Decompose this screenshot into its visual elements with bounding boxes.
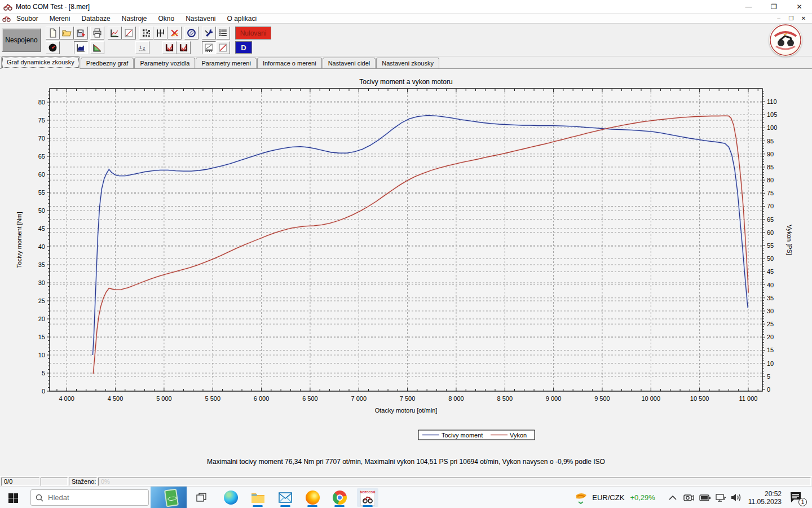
new-file-button[interactable] <box>46 27 60 40</box>
mdi-restore-button[interactable]: ❐ <box>787 15 795 21</box>
mail-icon <box>279 492 292 503</box>
svg-text:Tocivy moment: Tocivy moment <box>442 432 483 439</box>
task-view-button[interactable] <box>192 488 211 507</box>
open-folder-icon <box>62 28 72 38</box>
baseline-chart-icon <box>204 43 214 52</box>
window-title: Moto COM Test - [8.mer] <box>16 3 90 11</box>
title-bar: Moto COM Test - [8.mer] — ❐ ✕ <box>0 0 812 14</box>
menu-databaze[interactable]: Databaze <box>76 15 116 23</box>
tab-graf-dynamicke-zkousky[interactable]: Graf dynamicke zkousky <box>1 56 80 69</box>
widgets-thumbnail[interactable] <box>151 487 187 508</box>
measure-check-2-icon <box>179 43 188 52</box>
firefox-icon <box>306 491 320 505</box>
edge-icon <box>224 491 238 505</box>
battery-icon[interactable] <box>699 494 710 501</box>
taskbar-motocom[interactable]: MOTOCOM <box>357 488 378 507</box>
nulovani-button[interactable]: Nulovani <box>235 27 271 40</box>
taskbar-search[interactable] <box>30 489 149 506</box>
notification-center-button[interactable]: 1 <box>789 492 803 504</box>
svg-text:70: 70 <box>767 203 774 209</box>
svg-text:10: 10 <box>38 352 45 358</box>
graph-preview-icon <box>110 28 120 38</box>
menu-nastaveni[interactable]: Nastaveni <box>180 15 221 23</box>
close-button[interactable]: ✕ <box>787 0 812 13</box>
wrench-icon <box>204 28 214 38</box>
power-graph-button[interactable] <box>90 41 104 54</box>
taskbar-explorer[interactable] <box>248 488 267 507</box>
taskbar-firefox[interactable] <box>303 488 322 507</box>
d-mode-button[interactable]: D <box>235 41 252 54</box>
tab-nastaveni-zkousky[interactable]: Nastaveni zkousky <box>376 58 439 68</box>
connection-status: Nespojeno <box>2 28 41 52</box>
tab-nastaveni-cidel[interactable]: Nastaveni cidel <box>323 58 376 68</box>
menu-nastroje[interactable]: Nastroje <box>116 15 153 23</box>
svg-text:5 500: 5 500 <box>205 395 220 402</box>
svg-text:1: 1 <box>139 45 142 50</box>
mdi-close-button[interactable]: ✕ <box>800 15 807 21</box>
save-button[interactable] <box>74 27 88 40</box>
numbering-button[interactable]: 12 <box>135 41 149 54</box>
svg-text:65: 65 <box>38 153 45 160</box>
stop-button[interactable] <box>184 27 198 40</box>
speaker-icon[interactable] <box>731 493 742 502</box>
notification-badge: 1 <box>798 498 807 506</box>
svg-text:50: 50 <box>38 207 45 214</box>
forex-widget-icon[interactable] <box>574 491 589 505</box>
currency-pair[interactable]: EUR/CZK <box>592 493 624 502</box>
tab-parametry-mereni[interactable]: Parametry mereni <box>196 58 256 68</box>
gauge-button[interactable] <box>46 41 60 54</box>
delete-measure-button[interactable] <box>167 27 182 40</box>
search-icon <box>36 494 43 502</box>
network-icon[interactable] <box>716 494 726 502</box>
mdi-minimize-button[interactable]: – <box>775 15 783 21</box>
measure-1-button[interactable] <box>162 41 176 54</box>
status-panel-2 <box>41 478 68 486</box>
svg-text:110: 110 <box>767 98 777 105</box>
taskbar-mail[interactable] <box>276 488 295 507</box>
map-matrix-button[interactable] <box>139 27 153 40</box>
baseline-graph-button[interactable] <box>202 41 216 54</box>
svg-text:2: 2 <box>143 46 145 50</box>
svg-text:70: 70 <box>38 135 45 142</box>
menu-mereni[interactable]: Mereni <box>44 15 76 23</box>
svg-text:Vykon [PS]: Vykon [PS] <box>786 225 793 255</box>
taskbar-edge[interactable] <box>221 488 240 507</box>
svg-text:95: 95 <box>767 138 774 144</box>
menu-soubor[interactable]: Soubor <box>11 15 44 23</box>
list-button[interactable] <box>216 27 230 40</box>
tab-parametry-vozidla[interactable]: Parametry vozidla <box>134 58 195 68</box>
widget-picture <box>164 489 179 507</box>
currency-change[interactable]: +0,29% <box>630 493 655 502</box>
delete-cross-icon <box>170 28 179 38</box>
svg-text:4 000: 4 000 <box>59 395 74 402</box>
start-button[interactable] <box>6 491 20 505</box>
minimize-button[interactable]: — <box>736 0 761 13</box>
graph-edit-button[interactable] <box>122 27 136 40</box>
menu-o-aplikaci[interactable]: O aplikaci <box>222 15 263 23</box>
menu-okno[interactable]: Okno <box>152 15 180 23</box>
print-button[interactable] <box>90 27 104 40</box>
dyno-chart: 4 0004 5005 0005 5006 0006 5007 0007 500… <box>2 69 810 476</box>
search-input[interactable] <box>48 493 133 502</box>
tab-informace-o-mereni[interactable]: Informace o mereni <box>257 58 322 68</box>
gauge-icon <box>48 43 58 52</box>
restore-button[interactable]: ❐ <box>761 0 787 13</box>
taskbar-chrome[interactable] <box>330 488 349 507</box>
trend-graph-button[interactable] <box>216 41 230 54</box>
chevron-up-icon[interactable] <box>669 495 677 500</box>
open-file-button[interactable] <box>60 27 74 40</box>
settings-wrench-button[interactable] <box>202 27 216 40</box>
measure-2-button[interactable] <box>176 41 191 54</box>
taskbar-clock[interactable]: 20:52 11.05.2023 <box>748 490 782 506</box>
svg-text:4 500: 4 500 <box>108 395 123 402</box>
windows-logo-icon <box>8 493 18 503</box>
toolbar: Nespojeno <box>0 24 812 56</box>
svg-text:Tocivy moment a vykon motoru: Tocivy moment a vykon motoru <box>359 78 452 86</box>
tab-predbezny-graf[interactable]: Predbezny graf <box>81 58 134 68</box>
camera-icon[interactable] <box>683 493 694 502</box>
gear-pattern-button[interactable] <box>153 27 167 40</box>
graph-preview-button[interactable] <box>108 27 122 40</box>
svg-text:45: 45 <box>38 225 45 232</box>
torque-graph-button[interactable] <box>74 41 88 54</box>
svg-text:90: 90 <box>767 151 774 157</box>
